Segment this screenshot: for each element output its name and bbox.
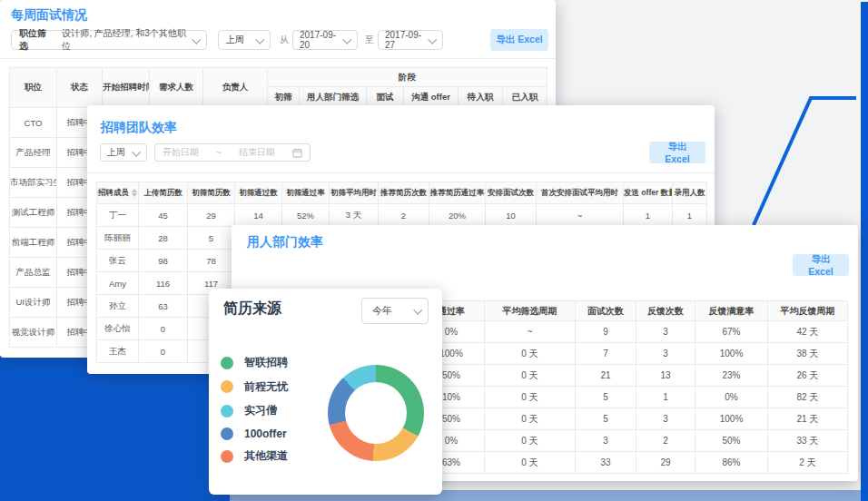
column-header: 安排面试次数 — [486, 182, 537, 204]
legend-dot — [221, 380, 233, 393]
chevron-down-icon — [428, 34, 437, 44]
background-right-strip — [861, 2, 868, 501]
table-row: 63%0 天332986%2 天 — [419, 452, 848, 474]
table-cell: 陈丽丽 — [97, 227, 139, 250]
dept-panel-title: 用人部门效率 — [247, 234, 323, 250]
table-cell: 5 — [576, 387, 636, 408]
table-cell: 23% — [695, 365, 768, 387]
table-cell: 丁一 — [97, 204, 139, 227]
column-header: 面试次数 — [576, 301, 636, 321]
end-date-select[interactable]: 2017-09-27 — [378, 30, 443, 50]
table-cell: 孙立 — [97, 295, 139, 318]
line-chart-decoration-icon — [743, 87, 861, 229]
table-cell: 100% — [695, 408, 768, 430]
from-label: 从 — [280, 30, 289, 50]
table-cell: 测试工程师 — [10, 198, 57, 228]
dept-export-excel-button[interactable]: 导出 Excel — [793, 254, 849, 276]
background-blue-block — [0, 356, 232, 501]
chevron-down-icon — [342, 34, 351, 44]
legend-item[interactable]: 其他渠道 — [221, 448, 288, 464]
table-cell: 45 — [139, 204, 188, 227]
table-cell: 0 天 — [485, 387, 576, 408]
table-cell: UI设计师 — [10, 288, 57, 318]
column-header: 初筛简历数 — [188, 182, 235, 204]
table-cell: 78 — [188, 250, 235, 272]
sorter-icon — [132, 189, 137, 197]
column-header: 状态 — [57, 68, 103, 108]
legend-dot — [221, 405, 233, 418]
weekly-export-excel-button[interactable]: 导出 Excel — [490, 29, 548, 51]
column-header: 首次安排面试平均用时 — [537, 182, 624, 204]
calendar-icon — [292, 148, 302, 158]
table-cell: ~ — [537, 204, 624, 227]
team-export-excel-button[interactable]: 导出 Excel — [649, 142, 705, 163]
column-header[interactable]: 招聘成员 — [97, 182, 139, 204]
table-cell: 徐心怡 — [97, 318, 139, 340]
table-cell: 100% — [695, 343, 768, 365]
table-cell: 3 天 — [330, 204, 379, 227]
position-filter-value: 设计师, 产品经理, 和3个其他职位 — [62, 27, 192, 53]
table-cell: 10 — [486, 204, 537, 227]
table-cell: 63 — [139, 295, 188, 318]
column-header: 推荐简历次数 — [379, 182, 429, 204]
legend-item[interactable]: 100offer — [221, 427, 288, 440]
stage-group-header: 阶段 — [268, 68, 547, 87]
table-row: 50%0 天211323%26 天 — [419, 365, 848, 387]
start-date-placeholder: 开始日期 — [163, 146, 199, 159]
table-row: 0%~9367%42 天 — [419, 321, 848, 343]
start-date-select[interactable]: 2017-09-20 — [292, 30, 358, 50]
weekly-period-select[interactable]: 上周 — [218, 30, 271, 50]
column-header: 开始招聘时间 — [103, 68, 150, 108]
column-header: 职位 — [10, 68, 57, 108]
date-range-picker[interactable]: 开始日期 ~ 结束日期 — [154, 143, 311, 162]
column-header: 反馈满意率 — [695, 301, 768, 321]
table-cell: 3 — [636, 343, 695, 365]
table-cell: 29 — [188, 204, 235, 227]
table-cell: 前端工程师 — [10, 228, 57, 258]
chevron-down-icon — [413, 306, 422, 315]
table-cell: 1 — [673, 204, 707, 227]
legend-dot — [221, 450, 233, 463]
column-header: 需求人数 — [150, 68, 203, 108]
hiring-dept-table: 通过率平均筛选周期面试次数反馈次数反馈满意率平均反馈周期 0%~9367%42 … — [418, 300, 848, 474]
table-cell: 14 — [235, 204, 282, 227]
table-cell: 产品总监 — [10, 258, 57, 288]
legend-item[interactable]: 前程无忧 — [221, 379, 288, 395]
chevron-down-icon — [132, 147, 141, 156]
table-cell: 0 天 — [485, 430, 576, 452]
team-panel-title: 招聘团队效率 — [101, 120, 177, 136]
table-cell: 2 — [636, 430, 695, 452]
table-cell: 26 天 — [768, 365, 848, 387]
legend-label: 其他渠道 — [244, 448, 288, 464]
column-header: 上传简历数 — [139, 182, 188, 204]
table-cell: 0 — [139, 318, 188, 340]
chevron-down-icon — [192, 34, 201, 44]
page: { "theme": { "accent_blue": "#0A58C8", "… — [0, 0, 868, 501]
legend-label: 智联招聘 — [244, 355, 288, 370]
table-cell: 张云 — [97, 250, 139, 272]
table-cell: 28 — [139, 227, 188, 250]
legend-label: 实习僧 — [244, 403, 277, 418]
year-select[interactable]: 今年 — [361, 298, 429, 324]
table-row: 50%0 天53100%21 天 — [419, 408, 848, 430]
legend-item[interactable]: 实习僧 — [221, 403, 288, 418]
resume-source-title: 简历来源 — [223, 300, 281, 319]
table-cell: 67% — [695, 321, 768, 343]
table-cell: 0 天 — [485, 452, 576, 474]
legend-label: 100offer — [244, 427, 287, 440]
table-cell: 116 — [139, 272, 188, 295]
table-cell: 3 — [636, 408, 695, 430]
table-cell: 33 天 — [768, 430, 848, 452]
legend-item[interactable]: 智联招聘 — [221, 355, 288, 370]
start-date-value: 2017-09-20 — [300, 30, 343, 50]
position-filter-select[interactable]: 职位筛选 设计师, 产品经理, 和3个其他职位 — [11, 30, 207, 50]
table-cell: 0 天 — [485, 408, 576, 430]
table-cell: 7 — [576, 343, 636, 365]
table-cell: 1 — [636, 387, 695, 408]
column-header: 初筛平均用时 — [330, 182, 379, 204]
table-cell: 市场部实习生 — [10, 168, 57, 198]
column-header: 平均筛选周期 — [485, 301, 576, 321]
team-period-select[interactable]: 上周 — [100, 143, 147, 162]
table-row: 丁一45291452%3 天220%10~11 — [97, 204, 707, 227]
divider — [87, 172, 715, 173]
